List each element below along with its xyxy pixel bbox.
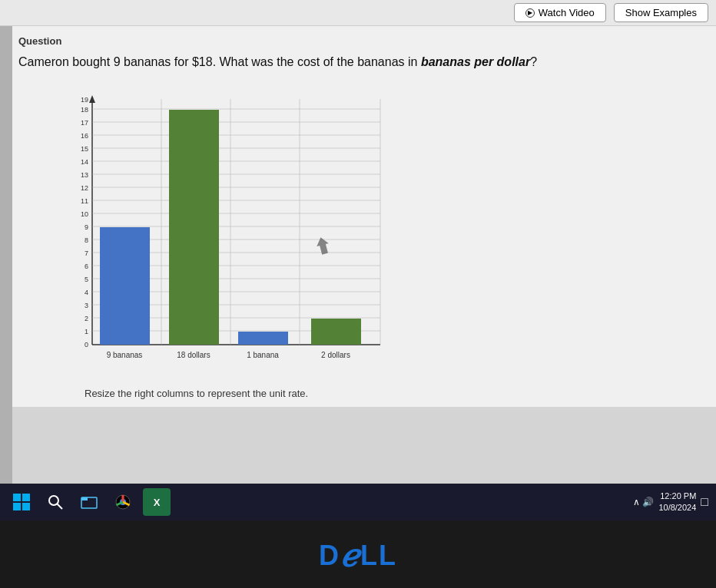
svg-rect-57 — [81, 497, 88, 500]
svg-text:1: 1 — [85, 328, 88, 335]
explorer-button[interactable] — [75, 488, 103, 516]
time-date: 12:20 PM 10/8/2024 — [658, 491, 696, 514]
question-text: Cameron bought 9 bananas for $18. What w… — [18, 53, 698, 71]
svg-text:9 bananas: 9 bananas — [107, 351, 143, 359]
search-button[interactable] — [41, 488, 69, 516]
system-tray: ∧ 🔊 12:20 PM 10/8/2024 □ — [633, 491, 708, 514]
svg-text:18 dollars: 18 dollars — [177, 351, 210, 359]
svg-rect-52 — [13, 503, 21, 510]
chart-container: 0 1 2 3 4 5 6 7 8 9 10 11 12 13 14 15 16… — [0, 84, 716, 407]
notification-icon[interactable]: □ — [701, 495, 708, 509]
svg-marker-1 — [89, 95, 95, 103]
svg-text:8: 8 — [85, 236, 88, 244]
dell-logo: DℯLL — [319, 535, 397, 573]
svg-text:15: 15 — [81, 145, 88, 153]
svg-text:13: 13 — [81, 171, 88, 179]
main-content: ▶ Watch Video Show Examples Question Cam… — [0, 0, 716, 484]
bar-9-bananas — [100, 227, 150, 345]
left-strip — [0, 26, 12, 484]
top-bar: ▶ Watch Video Show Examples — [0, 0, 716, 26]
show-examples-label: Show Examples — [625, 7, 697, 18]
time: 12:20 PM — [658, 491, 696, 502]
tray-icons: ∧ 🔊 — [633, 497, 654, 507]
svg-rect-51 — [22, 494, 30, 501]
question-text-after: ? — [530, 55, 537, 68]
svg-text:12: 12 — [81, 184, 88, 192]
svg-text:1 banana: 1 banana — [247, 351, 279, 359]
watch-video-button[interactable]: ▶ Watch Video — [514, 3, 606, 22]
svg-text:2: 2 — [85, 315, 88, 322]
bar-chart: 0 1 2 3 4 5 6 7 8 9 10 11 12 13 14 15 16… — [61, 91, 384, 368]
svg-text:17: 17 — [81, 119, 88, 127]
chrome-button[interactable] — [109, 488, 137, 516]
resize-note: Resize the right columns to represent th… — [85, 388, 308, 399]
svg-rect-53 — [22, 503, 30, 510]
svg-line-55 — [57, 504, 62, 509]
excel-button[interactable]: X — [143, 488, 171, 516]
svg-text:10: 10 — [81, 210, 88, 218]
svg-text:11: 11 — [81, 197, 88, 205]
watch-video-label: Watch Video — [539, 7, 595, 18]
svg-text:14: 14 — [81, 158, 88, 166]
question-area: Question Cameron bought 9 bananas for $1… — [0, 26, 716, 84]
question-text-before: Cameron bought 9 bananas for $18. What w… — [18, 55, 421, 68]
svg-text:2 dollars: 2 dollars — [321, 351, 350, 359]
svg-text:18: 18 — [81, 106, 88, 114]
question-italic: bananas per dollar — [421, 55, 530, 68]
bar-18-dollars — [169, 110, 219, 345]
svg-text:16: 16 — [81, 132, 88, 140]
svg-text:9: 9 — [85, 223, 88, 231]
svg-rect-50 — [13, 494, 21, 501]
bar-1-banana — [238, 332, 288, 345]
chart-wrapper: 0 1 2 3 4 5 6 7 8 9 10 11 12 13 14 15 16… — [61, 91, 384, 383]
question-label: Question — [18, 35, 698, 47]
svg-text:7: 7 — [85, 249, 88, 257]
bar-2-dollars — [311, 319, 361, 345]
svg-text:4: 4 — [85, 289, 88, 296]
svg-text:19: 19 — [81, 96, 88, 104]
show-examples-button[interactable]: Show Examples — [614, 3, 708, 22]
taskbar: X ∧ 🔊 12:20 PM 10/8/2024 □ — [0, 484, 716, 520]
svg-text:3: 3 — [85, 302, 88, 309]
windows-button[interactable] — [8, 488, 35, 516]
svg-text:0: 0 — [85, 341, 88, 349]
date: 10/8/2024 — [658, 502, 696, 514]
svg-text:5: 5 — [85, 276, 88, 283]
dell-area: DℯLL — [0, 520, 716, 588]
svg-text:6: 6 — [85, 263, 88, 270]
play-icon: ▶ — [525, 8, 535, 18]
